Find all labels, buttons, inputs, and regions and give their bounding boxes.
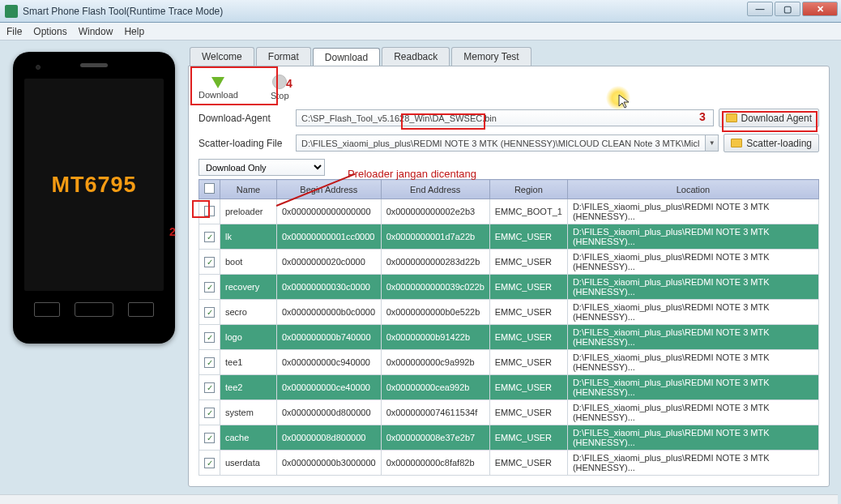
row-checkbox[interactable]: ✓ xyxy=(204,307,215,318)
cell-begin: 0x000000000b3000000 xyxy=(277,451,382,476)
menu-window[interactable]: Window xyxy=(79,26,113,37)
cell-name: system xyxy=(220,400,277,425)
row-checkbox[interactable]: ✓ xyxy=(204,332,215,343)
cell-region: EMMC_USER xyxy=(489,325,567,350)
cell-location: D:\FILES_xiaomi_plus_plus\REDMI NOTE 3 M… xyxy=(567,375,818,400)
phone-camera-icon xyxy=(36,65,41,70)
close-button[interactable]: ✕ xyxy=(802,2,838,16)
tab-download[interactable]: Download xyxy=(313,48,380,66)
table-row[interactable]: ✓tee10x000000000c9400000x000000000c9a992… xyxy=(199,350,819,375)
row-checkbox[interactable]: ✓ xyxy=(204,282,215,293)
cell-location: D:\FILES_xiaomi_plus_plus\REDMI NOTE 3 M… xyxy=(567,300,818,325)
cell-region: EMMC_USER xyxy=(489,350,567,375)
phone-mockup: MT6795 xyxy=(13,52,175,344)
menu-options[interactable]: Options xyxy=(33,26,66,37)
folder-icon xyxy=(731,139,742,147)
minimize-button[interactable]: — xyxy=(747,2,773,16)
table-row[interactable]: ✓tee20x000000000ce400000x00000000cea992b… xyxy=(199,375,819,400)
table-row[interactable]: ✓userdata0x000000000b30000000x000000000c… xyxy=(199,451,819,476)
col-region[interactable]: Region xyxy=(489,180,567,199)
cell-location: D:\FILES_xiaomi_plus_plus\REDMI NOTE 3 M… xyxy=(567,400,818,425)
scatter-dropdown-icon[interactable]: ▼ xyxy=(706,135,719,152)
cell-end: 0x000000000c8faf82b xyxy=(381,451,489,476)
cell-end: 0x0000000000039c022b xyxy=(381,275,489,300)
cell-location: D:\FILES_xiaomi_plus_plus\REDMI NOTE 3 M… xyxy=(567,425,818,451)
cell-begin: 0x00000000030c0000 xyxy=(277,275,382,300)
cell-name: lk xyxy=(220,224,277,250)
row-checkbox[interactable]: ✓ xyxy=(204,382,215,393)
tab-readback[interactable]: Readback xyxy=(382,47,450,66)
download-agent-input[interactable] xyxy=(296,109,714,126)
menu-help[interactable]: Help xyxy=(124,26,144,37)
select-all-checkbox[interactable] xyxy=(204,183,215,194)
tab-memory-test[interactable]: Memory Test xyxy=(451,47,531,66)
scatter-input[interactable] xyxy=(296,135,706,152)
row-checkbox[interactable]: ✓ xyxy=(204,357,215,368)
maximize-button[interactable]: ▢ xyxy=(775,2,800,16)
table-row[interactable]: ✓lk0x00000000001cc00000x0000000001d7a22b… xyxy=(199,224,819,250)
cell-region: EMMC_USER xyxy=(489,224,567,250)
stop-button-label: Stop xyxy=(271,91,289,100)
cell-begin: 0x0000000000b0c0000 xyxy=(277,300,382,325)
phone-buttons xyxy=(34,302,154,317)
table-row[interactable]: ✓cache0x00000008d8000000x000000008e37e2b… xyxy=(199,425,819,451)
col-location[interactable]: Location xyxy=(567,180,818,199)
row-checkbox[interactable] xyxy=(204,206,215,216)
menubar: File Options Window Help xyxy=(0,23,841,41)
row-checkbox[interactable]: ✓ xyxy=(204,458,215,468)
stop-button[interactable]: Stop xyxy=(271,75,289,100)
table-row[interactable]: ✓boot0x0000000020c00000x0000000000283d22… xyxy=(199,250,819,275)
download-button[interactable]: Download xyxy=(199,75,238,100)
cell-name: boot xyxy=(220,250,277,275)
col-end[interactable]: End Address xyxy=(381,180,489,199)
phone-screen: MT6795 xyxy=(24,79,164,291)
cell-name: logo xyxy=(220,325,277,350)
tab-bar: Welcome Format Download Readback Memory … xyxy=(190,47,841,66)
mouse-cursor-icon xyxy=(618,94,631,109)
row-checkbox[interactable]: ✓ xyxy=(204,257,215,267)
cell-name: recovery xyxy=(220,275,277,300)
cell-begin: 0x0000000000000000 xyxy=(277,199,382,224)
cell-region: EMMC_USER xyxy=(489,300,567,325)
row-checkbox[interactable]: ✓ xyxy=(204,232,215,242)
table-row[interactable]: ✓recovery0x00000000030c00000x00000000000… xyxy=(199,275,819,300)
scatter-label: Scatter-loading File xyxy=(199,138,296,149)
scatter-loading-btn[interactable]: Scatter-loading xyxy=(724,134,819,152)
table-row[interactable]: ✓secro0x0000000000b0c00000x0000000000b0e… xyxy=(199,300,819,325)
cell-location: D:\FILES_xiaomi_plus_plus\REDMI NOTE 3 M… xyxy=(567,451,818,476)
table-row[interactable]: preloader0x00000000000000000x00000000000… xyxy=(199,199,819,224)
cell-name: secro xyxy=(220,300,277,325)
download-mode-select[interactable]: Download Only xyxy=(199,159,325,176)
phone-speaker-icon xyxy=(80,63,108,67)
download-agent-btn[interactable]: Download Agent xyxy=(719,109,819,127)
cell-begin: 0x000000000d800000 xyxy=(277,400,382,425)
cell-region: EMMC_USER xyxy=(489,451,567,476)
tab-format[interactable]: Format xyxy=(256,47,311,66)
cell-end: 0x000000000c9a992b xyxy=(381,350,489,375)
tab-welcome[interactable]: Welcome xyxy=(190,47,254,66)
row-checkbox[interactable]: ✓ xyxy=(204,408,215,418)
status-bar xyxy=(0,494,838,504)
cell-end: 0x000000000002e2b3 xyxy=(381,199,489,224)
table-row[interactable]: ✓logo0x000000000b7400000x00000000b91422b… xyxy=(199,325,819,350)
download-button-label: Download xyxy=(199,90,238,100)
table-header-row: Name Begin Address End Address Region Lo… xyxy=(199,180,819,199)
download-panel: Download Stop Download-Agent Download Ag… xyxy=(188,66,830,487)
cell-end: 0x0000000074611534f xyxy=(381,400,489,425)
cell-name: userdata xyxy=(220,451,277,476)
cell-name: preloader xyxy=(220,199,277,224)
cell-name: tee2 xyxy=(220,375,277,400)
cell-location: D:\FILES_xiaomi_plus_plus\REDMI NOTE 3 M… xyxy=(567,199,818,224)
cell-end: 0x0000000000b0e522b xyxy=(381,300,489,325)
cell-region: EMMC_USER xyxy=(489,375,567,400)
col-name[interactable]: Name xyxy=(220,180,277,199)
cell-location: D:\FILES_xiaomi_plus_plus\REDMI NOTE 3 M… xyxy=(567,350,818,375)
cell-begin: 0x0000000020c0000 xyxy=(277,250,382,275)
cell-end: 0x00000000b91422b xyxy=(381,325,489,350)
table-row[interactable]: ✓system0x000000000d8000000x0000000074611… xyxy=(199,400,819,425)
cell-location: D:\FILES_xiaomi_plus_plus\REDMI NOTE 3 M… xyxy=(567,250,818,275)
row-checkbox[interactable]: ✓ xyxy=(204,433,215,443)
menu-file[interactable]: File xyxy=(6,26,22,37)
col-begin[interactable]: Begin Address xyxy=(277,180,382,199)
cell-location: D:\FILES_xiaomi_plus_plus\REDMI NOTE 3 M… xyxy=(567,275,818,300)
